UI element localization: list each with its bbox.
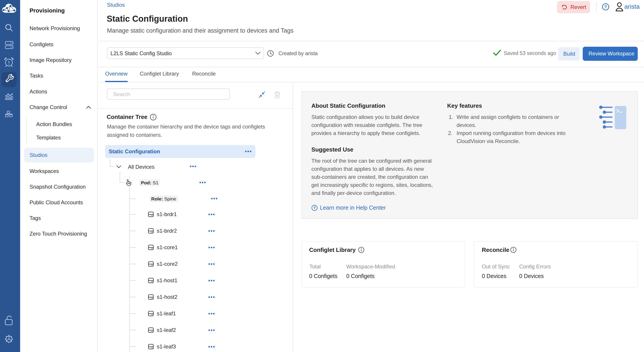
svg-text:?: ? <box>314 206 316 210</box>
svg-text:?: ? <box>604 4 607 9</box>
